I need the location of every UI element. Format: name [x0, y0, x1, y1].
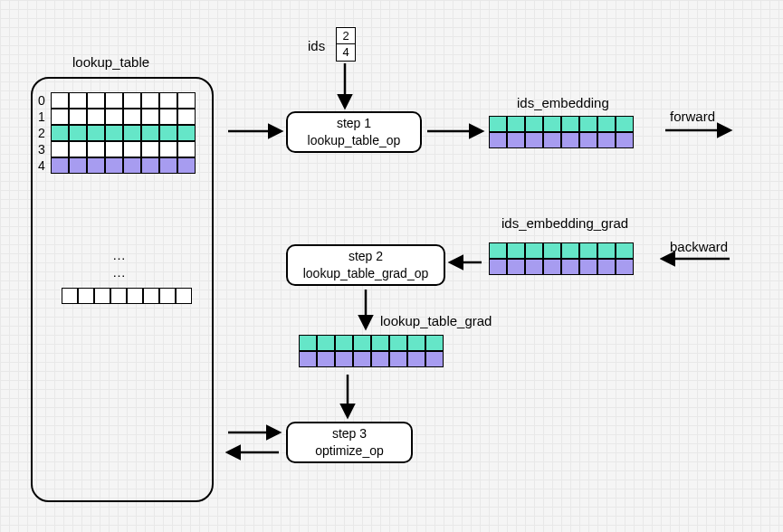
table-row [299, 351, 444, 367]
cell [579, 259, 597, 275]
table-row [299, 335, 444, 351]
cell [561, 132, 579, 148]
cell [579, 132, 597, 148]
table-row [489, 259, 634, 275]
table-row [489, 132, 634, 148]
ellipsis-2: … [112, 264, 126, 280]
table-row [62, 288, 192, 304]
cell [525, 242, 543, 259]
cell [141, 157, 159, 174]
cell [597, 132, 616, 148]
cell [489, 242, 507, 259]
cell [407, 351, 425, 367]
cell [51, 125, 69, 141]
ids-embedding-label: ids_embedding [517, 95, 609, 110]
cell [87, 141, 105, 157]
lookup-table-label: lookup_table [72, 54, 149, 70]
cell [616, 116, 634, 132]
table-row [489, 242, 634, 259]
cell [51, 157, 69, 174]
cell [141, 125, 159, 141]
ids-box: 2 4 [336, 27, 356, 62]
cell [177, 109, 196, 125]
row-index-1: 1 [38, 109, 45, 124]
cell [579, 116, 597, 132]
cell [543, 116, 561, 132]
cell [105, 157, 123, 174]
cell [597, 242, 616, 259]
cell [69, 92, 87, 109]
cell [543, 259, 561, 275]
cell [159, 125, 177, 141]
forward-label: forward [670, 109, 715, 124]
row-index-2: 2 [38, 126, 45, 140]
cell [597, 259, 616, 275]
cell [123, 92, 141, 109]
cell [525, 259, 543, 275]
cell [489, 259, 507, 275]
cell [94, 288, 110, 304]
cell [141, 109, 159, 125]
step1-line1: step 1 [337, 115, 371, 132]
cell [371, 351, 389, 367]
cell [87, 125, 105, 141]
step3-line2: optimize_op [315, 442, 384, 460]
cell [525, 132, 543, 148]
cell [579, 242, 597, 259]
cell [87, 157, 105, 174]
cell [159, 157, 177, 174]
cell [69, 109, 87, 125]
cell [299, 335, 317, 351]
backward-label: backward [670, 239, 728, 254]
ellipsis-1: … [112, 247, 126, 262]
cell [543, 242, 561, 259]
cell [425, 335, 444, 351]
cell [141, 141, 159, 157]
step3-line1: step 3 [332, 425, 367, 442]
cell [616, 259, 634, 275]
cell [127, 288, 143, 304]
cell [507, 259, 525, 275]
cell [105, 109, 123, 125]
step1-box: step 1 lookup_table_op [286, 111, 422, 153]
cell [69, 157, 87, 174]
cell [299, 351, 317, 367]
cell [78, 288, 94, 304]
cell [159, 109, 177, 125]
table-row [51, 157, 196, 174]
cell [177, 141, 196, 157]
row-index-3: 3 [38, 142, 45, 157]
cell [489, 132, 507, 148]
cell [87, 109, 105, 125]
table-row [489, 116, 634, 132]
cell [105, 141, 123, 157]
cell [143, 288, 159, 304]
cell [141, 92, 159, 109]
ids-embedding-grid [489, 116, 634, 148]
lookup-table-grad-label: lookup_table_grad [380, 313, 492, 328]
cell [317, 351, 335, 367]
step1-line2: lookup_table_op [308, 132, 401, 149]
cell [335, 335, 353, 351]
cell [597, 116, 616, 132]
lookup-table-grid [51, 92, 196, 174]
cell [507, 242, 525, 259]
cell [176, 288, 192, 304]
cell [123, 109, 141, 125]
step2-line1: step 2 [349, 248, 383, 265]
cell [353, 335, 371, 351]
cell [159, 92, 177, 109]
cell [177, 125, 196, 141]
cell [87, 92, 105, 109]
cell [110, 288, 127, 304]
table-row [51, 125, 196, 141]
cell [51, 141, 69, 157]
ids-value-1: 4 [337, 44, 355, 61]
cell [69, 141, 87, 157]
cell [123, 141, 141, 157]
cell [159, 288, 176, 304]
row-index-4: 4 [38, 158, 45, 173]
ids-label: ids [308, 38, 325, 53]
ids-embedding-grad-grid [489, 242, 634, 275]
table-row [51, 141, 196, 157]
